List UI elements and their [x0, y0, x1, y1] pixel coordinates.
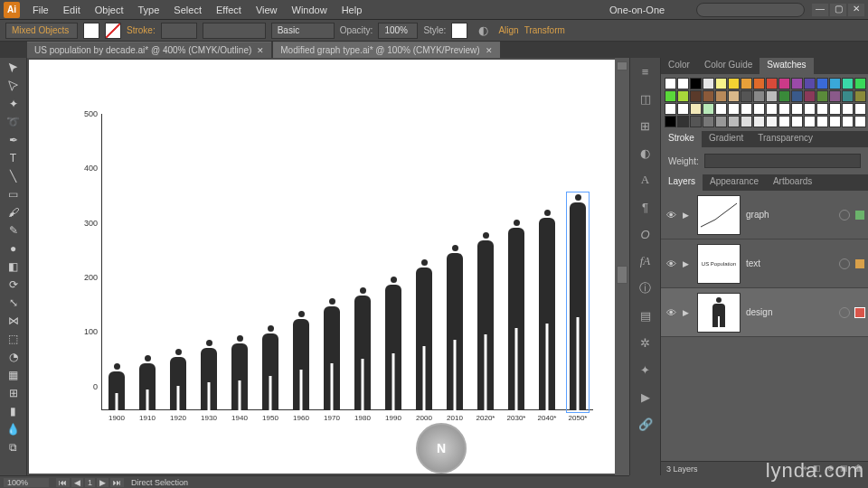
paintbrush-tool[interactable]: 🖌 — [3, 204, 24, 221]
scroll-up-icon[interactable] — [617, 61, 627, 70]
shape-builder-tool[interactable]: ◔ — [3, 349, 24, 365]
swatch[interactable] — [829, 103, 841, 115]
zoom-input[interactable]: 100% — [4, 478, 49, 487]
brush-dropdown[interactable]: Basic — [271, 23, 335, 39]
blend-tool[interactable]: ⧉ — [3, 439, 24, 455]
recolor-icon[interactable]: ◐ — [473, 21, 493, 41]
swatch[interactable] — [804, 103, 816, 115]
swatch[interactable] — [842, 78, 854, 89]
next-icon[interactable]: ▶ — [97, 478, 108, 487]
swatch[interactable] — [753, 78, 765, 89]
transform-panel-icon[interactable]: ⊞ — [636, 116, 656, 136]
swatch[interactable] — [741, 90, 752, 102]
align-label[interactable]: Align — [498, 25, 518, 35]
chart-bar[interactable] — [101, 114, 132, 410]
swatch[interactable] — [854, 90, 866, 102]
chart-bar[interactable] — [316, 114, 347, 410]
swatch[interactable] — [677, 103, 689, 115]
menu-effect[interactable]: Effect — [209, 5, 249, 15]
selection-tool[interactable] — [3, 60, 24, 76]
swatch[interactable] — [690, 103, 702, 115]
pencil-tool[interactable]: ✎ — [3, 222, 24, 239]
align-panel-icon[interactable]: ≡ — [636, 61, 656, 81]
gradient-tool[interactable]: ▮ — [3, 403, 24, 419]
swatch[interactable] — [715, 103, 727, 115]
swatch[interactable] — [778, 103, 790, 115]
swatch[interactable] — [753, 90, 765, 102]
direct-selection-tool[interactable] — [3, 78, 24, 94]
opacity-input[interactable]: 100% — [378, 23, 418, 39]
swatch[interactable] — [753, 103, 765, 115]
maximize-button[interactable]: ▢ — [830, 4, 846, 16]
chart-bar[interactable] — [132, 114, 163, 410]
chart-bar[interactable] — [255, 114, 286, 410]
swatch[interactable] — [690, 78, 702, 89]
type-tool[interactable]: T — [3, 150, 24, 166]
swatch[interactable] — [703, 116, 714, 127]
swatch[interactable] — [715, 78, 727, 89]
chart-bar[interactable] — [501, 114, 532, 410]
glyphs-panel-icon[interactable]: fA — [636, 251, 656, 271]
chart-bar[interactable] — [409, 114, 439, 410]
swatch[interactable] — [829, 78, 841, 89]
swatch[interactable] — [766, 103, 778, 115]
paragraph-panel-icon[interactable]: ¶ — [636, 197, 656, 217]
swatch[interactable] — [778, 90, 790, 102]
swatch[interactable] — [715, 116, 727, 127]
line-tool[interactable]: ╲ — [3, 168, 24, 184]
disclosure-icon[interactable]: ▶ — [683, 308, 692, 317]
pathfinder-panel-icon[interactable]: ◫ — [636, 89, 656, 108]
swatch[interactable] — [741, 78, 752, 89]
visibility-icon[interactable]: 👁 — [665, 258, 677, 269]
layer-name[interactable]: design — [746, 307, 834, 317]
swatch[interactable] — [804, 90, 816, 102]
swatch[interactable] — [665, 78, 676, 89]
weight-dropdown[interactable] — [704, 154, 861, 168]
swatch[interactable] — [791, 116, 803, 127]
tab-transparency[interactable]: Transparency — [750, 131, 820, 147]
new-layer-icon[interactable]: ▣ — [840, 464, 848, 473]
lasso-tool[interactable]: ➰ — [3, 114, 24, 130]
width-tool[interactable]: ⋈ — [3, 313, 24, 329]
target-icon[interactable] — [839, 258, 850, 269]
swatch[interactable] — [791, 90, 803, 102]
swatch[interactable] — [791, 103, 803, 115]
tab-stroke[interactable]: Stroke — [661, 131, 702, 147]
chart-bar[interactable] — [470, 114, 501, 410]
last-icon[interactable]: ⏭ — [110, 478, 124, 487]
canvas[interactable]: 0100200300400500 19001910192019301940195… — [29, 60, 615, 474]
swatch[interactable] — [816, 116, 828, 127]
swatch[interactable] — [766, 90, 778, 102]
visibility-icon[interactable]: 👁 — [665, 307, 677, 318]
layer-row[interactable]: 👁 ▶ graph — [661, 191, 868, 239]
disclosure-icon[interactable]: ▶ — [683, 211, 692, 220]
target-icon[interactable] — [839, 210, 850, 221]
swatch[interactable] — [816, 90, 828, 102]
scroll-thumb[interactable] — [617, 266, 627, 284]
rotate-tool[interactable]: ⟳ — [3, 277, 24, 293]
swatch[interactable] — [804, 116, 816, 127]
transparency-panel-icon[interactable]: ◐ — [636, 143, 656, 163]
swatch[interactable] — [715, 90, 727, 102]
chart-bar[interactable] — [163, 114, 193, 410]
chart-bar[interactable] — [532, 114, 562, 410]
swatch[interactable] — [665, 90, 676, 102]
menu-edit[interactable]: Edit — [56, 5, 88, 15]
swatch[interactable] — [816, 103, 828, 115]
locate-icon[interactable]: ⌖ — [803, 464, 807, 473]
swatch[interactable] — [728, 103, 740, 115]
swatch[interactable] — [829, 90, 841, 102]
tab-swatches[interactable]: Swatches — [760, 58, 813, 74]
artboard-number[interactable]: 1 — [85, 478, 95, 487]
swatch[interactable] — [778, 78, 790, 89]
menu-file[interactable]: File — [25, 5, 56, 15]
swatch[interactable] — [854, 103, 866, 115]
chart-bar[interactable] — [439, 114, 470, 410]
swatch[interactable] — [816, 78, 828, 89]
swatch[interactable] — [829, 116, 841, 127]
attributes-panel-icon[interactable]: ▤ — [636, 305, 656, 325]
swatch[interactable] — [753, 116, 765, 127]
document-tab-0[interactable]: US population by decade.ai* @ 400% (CMYK… — [27, 42, 271, 58]
layer-name[interactable]: graph — [746, 210, 834, 220]
target-icon[interactable] — [839, 307, 850, 318]
